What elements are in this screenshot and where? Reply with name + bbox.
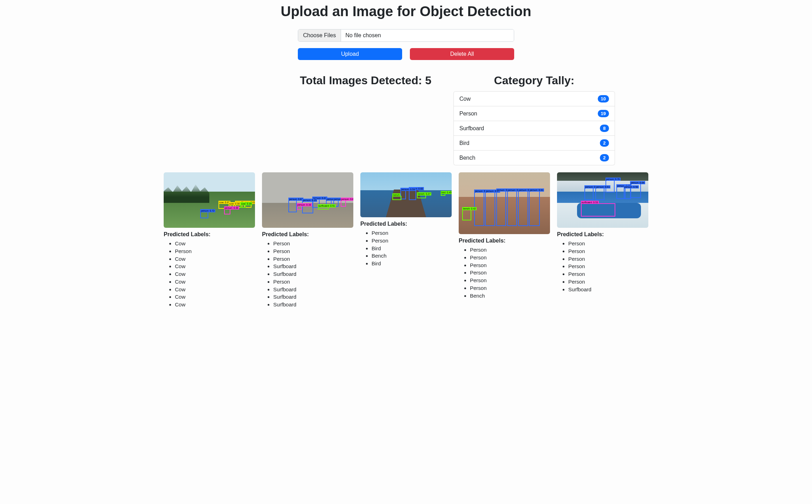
detection-box: person: 0.72 (200, 212, 208, 218)
total-images-label: Total Images Detected: (300, 74, 425, 87)
choose-files-button[interactable]: Choose Files (298, 29, 341, 41)
detection-box: person: 0.89 (496, 191, 506, 226)
file-input-row: Choose Files No file chosen (164, 29, 648, 42)
detection-box: person: 0.36 (224, 209, 230, 214)
predicted-label: Person (470, 284, 550, 292)
detection-label: person: 0.36 (224, 206, 239, 210)
predicted-label: Bird (372, 245, 452, 252)
predicted-label: Surfboard (273, 293, 353, 301)
result-image: person: 0.84person: 0.82person: 0.89pers… (459, 172, 550, 234)
tally-item: Cow10 (454, 92, 615, 106)
tally-item: Bench2 (454, 151, 615, 165)
predicted-labels-list: PersonPersonBirdBenchBird (360, 229, 452, 267)
file-input[interactable]: Choose Files No file chosen (298, 29, 514, 42)
tally-item-count: 8 (600, 125, 609, 132)
detection-box: surfboard: 0.51 (318, 207, 329, 210)
tally-item-count: 2 (600, 139, 609, 147)
detection-label: bench (392, 193, 400, 197)
total-images-count: 5 (425, 74, 432, 87)
result-image: cow: 0.93cow: 0.38cow: 0.30cow: 0.61cow:… (164, 172, 255, 228)
predicted-label: Person (470, 254, 550, 261)
predicted-label: Person (470, 269, 550, 277)
predicted-label: Cow (175, 293, 255, 301)
upload-button[interactable]: Upload (298, 48, 402, 60)
predicted-label: Person (273, 278, 353, 286)
predicted-labels-list: CowPersonCowCowCowCowCowCowCow (164, 240, 255, 309)
detection-box: bench: 0.27 (417, 195, 426, 198)
detection-label: person: 0.35 (302, 199, 317, 202)
predicted-label: Cow (175, 270, 255, 278)
predicted-label: Surfboard (273, 263, 353, 270)
predicted-label: Bench (470, 292, 550, 300)
predicted-label: Person (568, 270, 648, 278)
detection-label: person: 0.91 (529, 188, 544, 192)
detection-box: person: 0.80 (507, 191, 517, 226)
predicted-label: Cow (175, 255, 255, 263)
predicted-label: Bird (372, 260, 452, 267)
predicted-labels-heading: Predicted Labels: (459, 238, 550, 244)
detection-label: person: 0.61 (341, 198, 353, 201)
predicted-label: Person (470, 261, 550, 269)
stats-row: Total Images Detected: 5 Category Tally:… (164, 74, 648, 165)
predicted-labels-heading: Predicted Labels: (360, 221, 452, 227)
predicted-label: Person (273, 255, 353, 263)
detection-box: bench: 0.42 (462, 210, 471, 221)
detection-label: person: 0.76 (605, 178, 621, 181)
predicted-label: Person (470, 277, 550, 284)
result-image: person: 0.76person: 0.64person: 0.48pers… (557, 172, 648, 228)
result-card-body: Predicted Labels:PersonPersonPersonPerso… (459, 234, 550, 299)
detection-label: cow: 0.35 (240, 202, 252, 205)
predicted-label: Surfboard (568, 286, 648, 293)
predicted-label: Person (175, 247, 255, 255)
detection-label: person: 0.50 (624, 185, 639, 188)
detection-box: person: 0.82 (485, 192, 495, 226)
predicted-labels-heading: Predicted Labels: (557, 231, 648, 238)
tally-item-label: Surfboard (459, 125, 484, 132)
detection-box: person: 0.82 (409, 190, 416, 200)
total-images-col: Total Images Detected: 5 (285, 74, 446, 165)
tally-item-label: Person (459, 111, 477, 117)
predicted-label: Surfboard (273, 286, 353, 293)
predicted-labels-list: PersonPersonPersonPersonPersonPersonBenc… (459, 246, 550, 299)
predicted-label: Person (568, 240, 648, 247)
result-card-body: Predicted Labels:CowPersonCowCowCowCowCo… (164, 228, 255, 309)
predicted-label: Person (372, 237, 452, 245)
category-tally-col: Category Tally: Cow10Person19Surfboard8B… (453, 74, 615, 165)
predicted-label: Person (568, 263, 648, 270)
detection-label: person: 0.64 (630, 181, 645, 184)
detection-box: person: 0.48 (584, 188, 594, 200)
predicted-label: Cow (175, 278, 255, 286)
predicted-labels-heading: Predicted Labels: (164, 231, 255, 238)
predicted-label: Person (568, 278, 648, 286)
result-card: person: 0.82person: 0.59bird: 0.45bench:… (360, 172, 452, 309)
tally-item-count: 2 (600, 154, 609, 161)
delete-all-button[interactable]: Delete All (410, 48, 514, 60)
image-decor (164, 184, 209, 203)
results-row: cow: 0.93cow: 0.38cow: 0.30cow: 0.61cow:… (164, 172, 648, 309)
detection-box: person: 0.87 (288, 200, 296, 212)
detection-box: person: 0.61 (595, 188, 604, 200)
predicted-labels-list: PersonPersonPersonPersonPersonPersonSurf… (557, 240, 648, 293)
predicted-label: Person (273, 247, 353, 255)
tally-item-label: Bench (459, 155, 475, 161)
predicted-label: Bench (372, 252, 452, 260)
category-tally-heading: Category Tally: (453, 74, 615, 87)
predicted-label: Person (273, 240, 353, 247)
predicted-label: Person (470, 246, 550, 254)
detection-label: surfboard: 0.53 (581, 201, 599, 204)
detection-box: bench (392, 196, 401, 200)
action-buttons-row: Upload Delete All (164, 48, 648, 60)
result-image: person: 0.87person: 0.61person: 0.35pers… (262, 172, 353, 228)
result-image: person: 0.82person: 0.59bird: 0.45bench:… (360, 172, 452, 217)
result-card: cow: 0.93cow: 0.38cow: 0.30cow: 0.61cow:… (164, 172, 255, 309)
tally-item: Bird2 (454, 136, 615, 151)
predicted-label: Person (568, 255, 648, 263)
detection-box: person: 0.91 (529, 191, 540, 226)
page-title: Upload an Image for Object Detection (164, 4, 648, 19)
tally-item-count: 19 (598, 110, 609, 117)
predicted-label: Person (372, 229, 452, 237)
result-card-body: Predicted Labels:PersonPersonBirdBenchBi… (360, 217, 452, 267)
detection-label: person: 0.33 (297, 203, 312, 206)
detection-label: bench: 0.42 (462, 207, 477, 210)
tally-item-label: Cow (459, 96, 471, 102)
